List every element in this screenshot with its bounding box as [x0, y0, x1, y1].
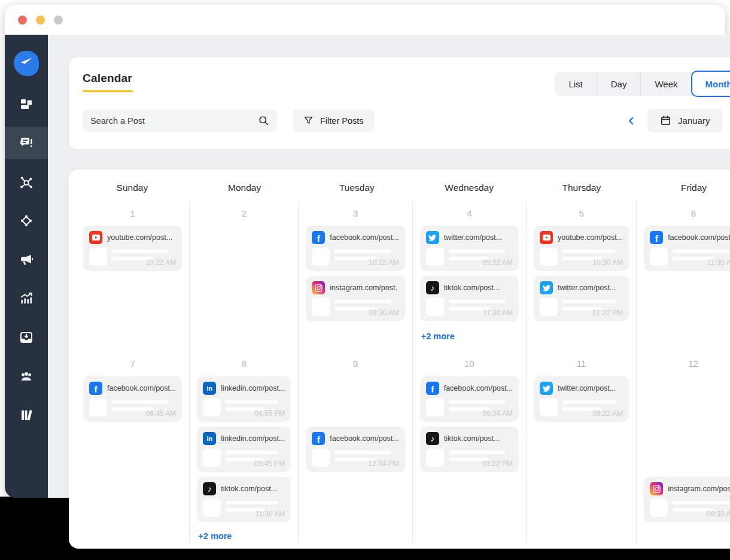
post-url: tiktok.com/post...	[221, 485, 277, 493]
view-tab-month[interactable]: Month	[691, 71, 730, 97]
post-url: linkedin.com/post...	[221, 384, 285, 392]
post-card-instagram[interactable]: instagram.com/post. 09:30 AM	[644, 477, 730, 522]
app-logo[interactable]	[14, 51, 39, 76]
day-number: 8	[197, 355, 291, 376]
post-thumbnail-placeholder	[426, 398, 444, 416]
post-slot: f facebook.com/post... 09:34 AM	[420, 376, 519, 427]
post-url: tiktok.com/post...	[444, 284, 500, 292]
filter-posts-label: Filter Posts	[320, 116, 364, 126]
post-card-youtube[interactable]: youtube.com/post... 10:22 AM	[83, 226, 182, 271]
sidebar-item-inbox-download[interactable]	[5, 321, 48, 354]
linkedin-icon: in	[203, 432, 216, 445]
post-card-tiktok[interactable]: ♪ tiktok.com/post... 03:22 PM	[420, 427, 519, 472]
month-selector-button[interactable]: January	[647, 109, 722, 132]
tiktok-icon: ♪	[426, 281, 439, 294]
post-url: instagram.com/post.	[330, 284, 397, 292]
post-slot: f facebook.com/post... 10:22 AM	[306, 226, 404, 276]
post-card-instagram[interactable]: instagram.com/post. 09:30 AM	[306, 276, 404, 321]
post-slot	[306, 477, 404, 527]
post-card-twitter[interactable]: twitter.com/post... 09:22 AM	[534, 376, 629, 422]
post-time: 09:30 AM	[707, 510, 730, 518]
post-slot	[83, 427, 182, 477]
day-number: 9	[306, 355, 404, 376]
calendar-icon	[660, 115, 671, 126]
post-slot	[306, 376, 404, 427]
tiktok-icon: ♪	[426, 432, 439, 445]
page-title: Calendar	[83, 72, 133, 85]
day-number: 4	[420, 202, 519, 226]
post-slot	[644, 427, 730, 477]
sidebar-item-megaphone[interactable]	[5, 244, 48, 276]
library-icon	[19, 408, 34, 422]
more-posts-link[interactable]: +2 more	[420, 331, 455, 341]
post-card-facebook[interactable]: f facebook.com/post... 10:22 AM	[306, 226, 404, 271]
tiktok-icon: ♪	[203, 482, 216, 495]
post-time: 09:34 AM	[482, 409, 513, 418]
sidebar-item-share-network[interactable]	[5, 166, 48, 198]
post-slot: f facebook.com/post... 12:34 PM	[306, 427, 404, 477]
sidebar-item-workflow-nodes[interactable]	[5, 205, 48, 237]
post-thumbnail-placeholder	[89, 248, 107, 266]
post-thumbnail-placeholder	[89, 398, 107, 416]
view-tab-day[interactable]: Day	[597, 72, 641, 96]
post-card-tiktok[interactable]: ♪ tiktok.com/post... 11:30 AM	[420, 276, 519, 321]
traffic-light[interactable]	[18, 16, 27, 25]
post-card-tiktok[interactable]: ♪ tiktok.com/post... 11:30 AM	[197, 477, 291, 522]
post-url: twitter.com/post...	[558, 384, 616, 392]
post-time: 11:30 AM	[256, 510, 285, 518]
day-header-wednesday: Wednesday	[413, 182, 525, 193]
post-slot	[644, 376, 730, 427]
filter-funnel-icon	[303, 115, 314, 126]
sidebar-item-team[interactable]	[5, 360, 48, 392]
more-posts-link[interactable]: +2 more	[197, 531, 232, 541]
post-thumbnail-placeholder	[426, 298, 444, 316]
current-month-label: January	[678, 115, 710, 126]
twitter-icon	[540, 382, 553, 395]
post-card-facebook[interactable]: f facebook.com/post... 11:30 AM	[644, 226, 730, 271]
sidebar-item-posts-comment[interactable]	[5, 127, 48, 159]
post-card-twitter[interactable]: twitter.com/post... 09:22 AM	[420, 226, 519, 271]
day-number: 3	[306, 202, 404, 226]
filter-posts-button[interactable]: Filter Posts	[293, 109, 375, 132]
post-card-linkedin[interactable]: in linkedin.com/post... 03:45 PM	[197, 427, 291, 472]
calendar-column: 5 youtube.com/post... 10:30 AM twitter.c…	[527, 202, 637, 544]
sidebar-item-analytics[interactable]	[5, 282, 48, 315]
sidebar-nav	[5, 88, 48, 438]
search-input[interactable]	[90, 116, 258, 126]
twitter-icon	[540, 281, 553, 294]
post-slot: f facebook.com/post... 11:30 AM	[644, 226, 730, 276]
team-icon	[19, 369, 34, 384]
post-time: 10:30 AM	[592, 258, 623, 267]
post-slot: instagram.com/post. 09:30 AM	[306, 276, 404, 326]
post-card-youtube[interactable]: youtube.com/post... 10:30 AM	[534, 226, 629, 271]
more-row	[644, 326, 730, 355]
post-url: facebook.com/post...	[668, 233, 730, 242]
search-box[interactable]	[83, 109, 277, 132]
megaphone-icon	[19, 252, 34, 267]
post-card-twitter[interactable]: twitter.com/post... 12:22 PM	[534, 276, 629, 321]
post-card-facebook[interactable]: f facebook.com/post... 09:34 AM	[420, 376, 519, 422]
traffic-light[interactable]	[36, 16, 45, 25]
calendar-column: 6 f facebook.com/post... 11:30 AM12 inst…	[637, 202, 730, 544]
view-tab-week[interactable]: Week	[641, 72, 692, 96]
more-row: +2 more	[197, 527, 291, 544]
traffic-light[interactable]	[54, 16, 63, 25]
facebook-icon: f	[89, 382, 102, 395]
post-card-facebook[interactable]: f facebook.com/post... 12:34 PM	[306, 427, 404, 472]
post-thumbnail-placeholder	[540, 298, 558, 316]
post-card-linkedin[interactable]: in linkedin.com/post... 04:55 PM	[197, 376, 291, 422]
post-time: 04:55 PM	[254, 409, 285, 418]
previous-month-button[interactable]	[625, 114, 638, 127]
post-time: 09:30 AM	[369, 309, 399, 317]
day-number: 5	[534, 202, 629, 226]
app-window: Calendar ListDayWeekMonth	[5, 5, 725, 498]
search-icon[interactable]	[258, 115, 269, 126]
post-url: instagram.com/post.	[668, 485, 730, 493]
post-card-facebook[interactable]: f facebook.com/post... 09:45 AM	[83, 376, 182, 422]
post-url: youtube.com/post...	[558, 233, 623, 242]
more-row	[534, 527, 629, 544]
view-tab-list[interactable]: List	[555, 72, 597, 96]
sidebar-item-library[interactable]	[5, 399, 48, 431]
post-time: 09:22 AM	[482, 258, 513, 267]
sidebar-item-dashboard[interactable]	[5, 88, 48, 120]
